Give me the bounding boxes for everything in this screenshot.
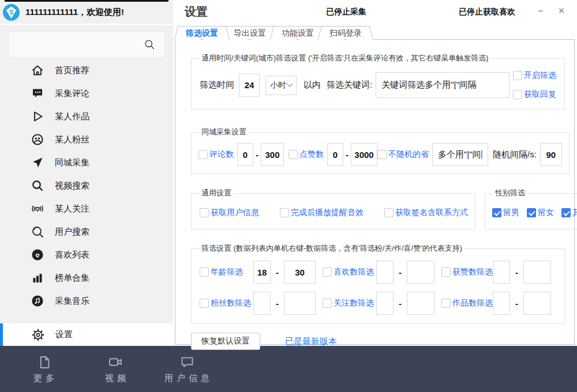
- gender-other-option[interactable]: 其它: [561, 208, 577, 218]
- sidebar-item-user-search[interactable]: 用户搜索: [0, 220, 173, 243]
- praise-filter-label: 获赞数筛选: [452, 267, 493, 277]
- comment-count-option[interactable]: 评论数: [198, 149, 234, 160]
- like-count-checkbox[interactable]: [288, 150, 298, 159]
- tab-export-settings[interactable]: 导出设置: [224, 26, 276, 40]
- footer-item-label: 视频: [102, 373, 129, 384]
- like-count-option[interactable]: 点赞数: [288, 149, 324, 160]
- sidebar-item-video-search[interactable]: 视频搜索: [0, 174, 173, 197]
- province-list-input[interactable]: [432, 143, 488, 166]
- sidebar-item-city-collect[interactable]: 同城采集: [0, 151, 173, 174]
- works-filter-option[interactable]: 作品数筛选: [441, 298, 493, 308]
- works-min-input[interactable]: [493, 292, 510, 315]
- like-count-min-input[interactable]: [327, 143, 343, 166]
- sidebar-item-someone-works[interactable]: 某人作品: [0, 105, 173, 128]
- footer-item-more[interactable]: 更多: [17, 355, 70, 384]
- footer-item-video[interactable]: 视频: [89, 354, 142, 384]
- follow-max-input[interactable]: [407, 292, 434, 315]
- non-random-province-option[interactable]: 不随机的省: [377, 149, 429, 160]
- sidebar-search[interactable]: [8, 31, 165, 58]
- chevron-down-icon: [286, 80, 293, 86]
- like-filter-label: 喜欢数筛选: [334, 267, 374, 277]
- within-label: 以内: [304, 80, 321, 91]
- age-filter-option[interactable]: 年龄筛选: [200, 267, 243, 277]
- random-interval-input[interactable]: [540, 143, 562, 166]
- fans-max-input[interactable]: [284, 292, 316, 315]
- sidebar-item-rank-collection[interactable]: 榜单合集: [0, 266, 173, 289]
- range-dash: -: [399, 267, 402, 277]
- random-interval-label: 随机间隔/s:: [493, 149, 537, 160]
- enable-filter-option[interactable]: 开启筛选: [513, 70, 556, 81]
- play-sound-option[interactable]: 完成后播放提醒音效: [280, 208, 364, 218]
- fans-filter-option[interactable]: 粉丝数筛选: [200, 298, 251, 308]
- follow-filter-checkbox[interactable]: [323, 299, 332, 308]
- play-sound-checkbox[interactable]: [280, 208, 289, 217]
- comment-count-min-input[interactable]: [237, 143, 253, 166]
- video-icon: [107, 354, 123, 370]
- comment-count-max-input[interactable]: [261, 143, 284, 166]
- praise-min-input[interactable]: [493, 261, 510, 284]
- follow-filter-option[interactable]: 关注数筛选: [323, 298, 374, 308]
- non-random-province-checkbox[interactable]: [377, 150, 387, 159]
- get-user-info-checkbox[interactable]: [200, 208, 209, 217]
- works-filter-checkbox[interactable]: [441, 299, 451, 308]
- like-filter-checkbox[interactable]: [323, 267, 332, 277]
- works-max-input[interactable]: [523, 292, 551, 315]
- praise-max-input[interactable]: [523, 261, 551, 284]
- follow-min-input[interactable]: [376, 292, 394, 315]
- gender-female-checkbox[interactable]: [527, 208, 536, 217]
- enable-filter-label: 开启筛选: [524, 70, 556, 81]
- works-filter-label: 作品数筛选: [452, 298, 493, 308]
- gender-male-checkbox[interactable]: [492, 208, 501, 217]
- sidebar-item-home-recommend[interactable]: 首页推荐: [0, 59, 173, 82]
- minimize-icon[interactable]: –: [534, 5, 547, 17]
- sidebar-item-collect-music[interactable]: 采集音乐: [0, 289, 173, 312]
- tab-function-settings[interactable]: 功能设置: [272, 26, 324, 40]
- get-reply-checkbox[interactable]: [513, 90, 522, 99]
- enable-filter-checkbox[interactable]: [513, 71, 522, 80]
- praise-filter-option[interactable]: 获赞数筛选: [441, 267, 493, 277]
- gear-icon: [31, 328, 46, 342]
- sidebar-menu: 首页推荐 采集评论 某人作品 某人粉丝 同城采集: [0, 59, 173, 312]
- latest-version-link[interactable]: 已是最新版本: [285, 336, 337, 347]
- like-min-input[interactable]: [376, 261, 394, 284]
- tab-qr-login[interactable]: 扫码登录: [320, 26, 372, 40]
- age-min-input[interactable]: [253, 261, 271, 284]
- restore-defaults-button[interactable]: 恢复默认设置: [191, 333, 260, 350]
- fans-min-input[interactable]: [253, 292, 271, 315]
- filter-keyword-input[interactable]: [376, 72, 509, 98]
- age-filter-checkbox[interactable]: [200, 267, 209, 277]
- like-filter-cell: 喜欢数筛选 -: [323, 261, 441, 284]
- get-reply-option[interactable]: 获取回复: [513, 89, 556, 100]
- gender-male-option[interactable]: 留男: [492, 208, 519, 218]
- get-user-info-option[interactable]: 获取用户信息: [200, 208, 259, 218]
- sidebar-item-settings[interactable]: 设置: [0, 323, 173, 346]
- age-max-input[interactable]: [284, 261, 316, 284]
- play-icon: [30, 110, 45, 123]
- search-icon[interactable]: [144, 39, 156, 51]
- comment-icon: [30, 86, 45, 100]
- gender-other-checkbox[interactable]: [561, 208, 571, 217]
- sidebar-item-like-list[interactable]: 喜欢列表: [0, 243, 173, 266]
- sidebar-item-someone-fans[interactable]: 某人粉丝: [0, 128, 173, 151]
- signature-contact-option[interactable]: 获取签名含联系方式: [384, 208, 468, 218]
- gender-female-option[interactable]: 留女: [527, 208, 554, 218]
- sidebar-item-someone-follow[interactable]: 某人关注: [0, 197, 173, 220]
- follow-filter-label: 关注数筛选: [334, 298, 374, 308]
- tab-label: 扫码登录: [329, 28, 362, 37]
- close-icon[interactable]: ×: [555, 5, 568, 17]
- footer-item-user-info[interactable]: 用户信息: [160, 355, 213, 384]
- range-dash: -: [256, 150, 258, 160]
- like-max-input[interactable]: [407, 261, 434, 284]
- praise-filter-checkbox[interactable]: [441, 267, 451, 277]
- time-unit-select[interactable]: 小时: [265, 76, 297, 95]
- fans-filter-checkbox[interactable]: [200, 299, 209, 308]
- tab-label: 功能设置: [282, 28, 314, 37]
- comment-count-checkbox[interactable]: [198, 150, 208, 159]
- tab-filter-settings[interactable]: 筛选设置: [176, 26, 228, 40]
- filter-time-input[interactable]: [239, 74, 260, 97]
- like-filter-option[interactable]: 喜欢数筛选: [323, 267, 374, 277]
- signature-contact-checkbox[interactable]: [384, 208, 394, 217]
- like-count-max-input[interactable]: [351, 143, 377, 166]
- age-filter-label: 年龄筛选: [211, 267, 243, 277]
- sidebar-item-collect-comments[interactable]: 采集评论: [0, 82, 173, 105]
